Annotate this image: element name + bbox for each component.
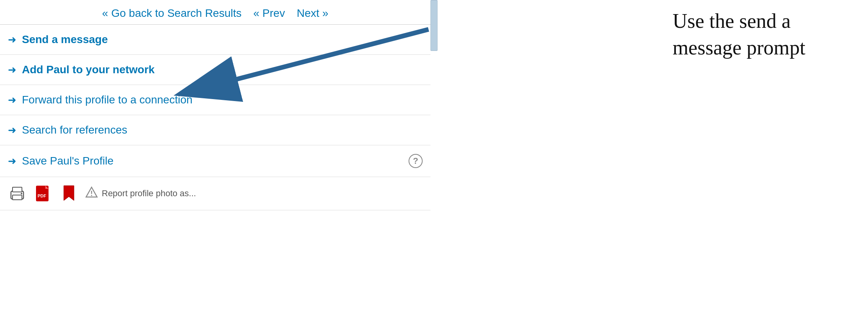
action-text-send-message: Send a message: [22, 33, 108, 46]
svg-point-10: [91, 195, 92, 196]
arrow-icon-forward-profile: ➜: [8, 94, 16, 106]
arrow-icon-save-profile: ➜: [8, 155, 16, 167]
content-area: « Go back to Search Results « Prev Next …: [0, 0, 430, 210]
warning-icon: [85, 186, 98, 201]
main-container: « Go back to Search Results « Prev Next …: [0, 0, 868, 320]
action-item-save-profile[interactable]: ➜Save Paul's Profile?: [0, 145, 430, 177]
action-item-forward-profile[interactable]: ➜Forward this profile to a connection: [0, 85, 430, 115]
arrow-icon-search-references: ➜: [8, 124, 16, 136]
report-profile-link[interactable]: Report profile photo as...: [85, 186, 196, 201]
svg-marker-7: [64, 186, 74, 201]
next-link[interactable]: Next »: [297, 7, 328, 20]
nav-bar: « Go back to Search Results « Prev Next …: [0, 0, 430, 25]
svg-point-3: [21, 193, 22, 194]
action-list: ➜Send a message➜Add Paul to your network…: [0, 25, 430, 177]
action-item-search-references[interactable]: ➜Search for references: [0, 115, 430, 145]
prev-link[interactable]: « Prev: [253, 7, 285, 20]
action-text-search-references: Search for references: [22, 124, 127, 136]
action-text-add-network: Add Paul to your network: [22, 63, 155, 76]
scrollbar-track[interactable]: [430, 0, 438, 320]
scrollbar-thumb[interactable]: [430, 0, 438, 51]
print-button[interactable]: [8, 185, 27, 202]
action-text-save-profile: Save Paul's Profile: [22, 155, 113, 167]
annotation-text: Use the send a message prompt: [673, 8, 805, 61]
bookmark-button[interactable]: [59, 185, 78, 202]
pdf-button[interactable]: PDF: [34, 185, 52, 202]
go-back-link[interactable]: « Go back to Search Results: [102, 7, 241, 20]
action-text-forward-profile: Forward this profile to a connection: [22, 94, 193, 106]
help-icon-save-profile[interactable]: ?: [409, 154, 423, 168]
action-item-send-message[interactable]: ➜Send a message: [0, 25, 430, 55]
svg-text:PDF: PDF: [38, 193, 46, 198]
bottom-toolbar: PDF Report profile photo as...: [0, 177, 430, 210]
svg-rect-2: [13, 187, 22, 192]
action-item-add-network[interactable]: ➜Add Paul to your network: [0, 55, 430, 85]
report-label: Report profile photo as...: [102, 188, 196, 199]
arrow-icon-send-message: ➜: [8, 34, 16, 46]
svg-rect-1: [13, 195, 22, 200]
arrow-icon-add-network: ➜: [8, 64, 16, 76]
